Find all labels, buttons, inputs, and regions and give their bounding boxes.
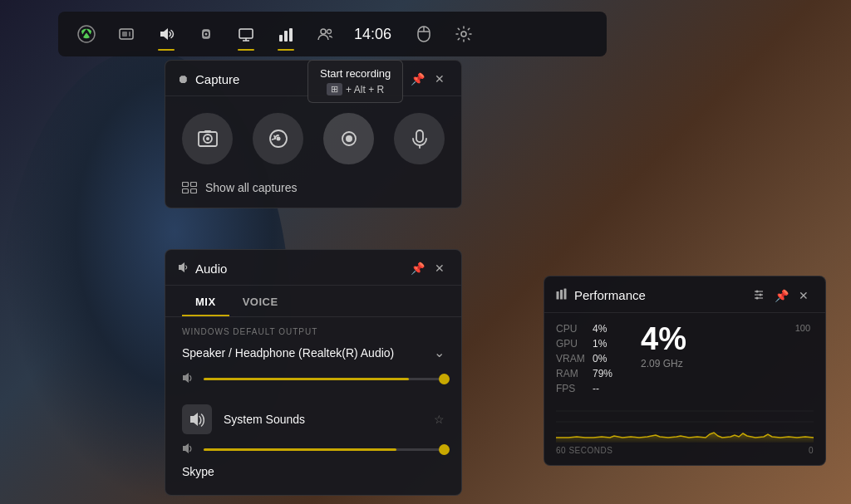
- main-volume-fill: [204, 378, 409, 380]
- perf-main-value: 4%: [641, 323, 686, 355]
- volume-row-system: [165, 439, 461, 460]
- svg-rect-3: [129, 32, 130, 37]
- svg-point-22: [206, 137, 209, 140]
- win-key-icon: ⊞: [327, 83, 342, 95]
- perf-chart-max: 100: [795, 323, 814, 333]
- topbar-stats-icon[interactable]: [268, 16, 304, 52]
- topbar-capture-icon[interactable]: [188, 16, 224, 52]
- perf-cpu-value: 4%: [593, 323, 607, 335]
- svg-point-44: [760, 294, 762, 296]
- tab-mix[interactable]: MIX: [182, 286, 229, 316]
- perf-gpu-label: GPU: [556, 338, 588, 350]
- topbar-time: 14:06: [354, 26, 396, 43]
- gamebar-icon[interactable]: [108, 16, 145, 52]
- skype-label: Skype: [182, 465, 214, 478]
- main-volume-slider[interactable]: [204, 378, 445, 380]
- system-volume-thumb[interactable]: [439, 444, 450, 455]
- svg-rect-40: [564, 289, 567, 300]
- svg-rect-11: [279, 35, 283, 42]
- perf-ram-value: 79%: [593, 368, 612, 379]
- audio-panel-header: Audio 📌 ✕: [165, 250, 461, 286]
- capture-pin-button[interactable]: 📌: [406, 71, 430, 87]
- svg-point-7: [205, 33, 208, 36]
- topbar-users-icon[interactable]: [307, 16, 344, 52]
- audio-panel: Audio 📌 ✕ MIX VOICE WINDOWS DEFAULT OUTP…: [165, 249, 462, 496]
- tooltip-title: Start recording: [320, 67, 391, 80]
- svg-marker-35: [183, 373, 189, 383]
- show-captures-label: Show all captures: [205, 181, 298, 194]
- perf-chart-labels: 60 SECONDS 0: [544, 446, 825, 455]
- record-last-button[interactable]: [253, 113, 303, 164]
- topbar: 14:06: [58, 12, 607, 56]
- main-volume-thumb[interactable]: [439, 374, 450, 384]
- perf-close-button[interactable]: ✕: [794, 287, 814, 304]
- audio-section-label: WINDOWS DEFAULT OUTPUT: [165, 327, 461, 343]
- audio-close-button[interactable]: ✕: [430, 260, 450, 276]
- tab-voice[interactable]: VOICE: [229, 286, 292, 316]
- capture-buttons-row: [165, 96, 461, 173]
- svg-marker-37: [183, 443, 189, 453]
- perf-settings-button[interactable]: [748, 286, 770, 304]
- audio-device-name: Speaker / Headphone (Realtek(R) Audio): [182, 346, 394, 360]
- perf-chart-right-label: 0: [809, 446, 814, 455]
- xbox-icon[interactable]: [68, 16, 105, 52]
- volume-icon: [182, 372, 195, 386]
- perf-gpu-value: 1%: [593, 338, 607, 350]
- svg-rect-23: [204, 130, 211, 133]
- tooltip-shortcut-text: + Alt + R: [346, 84, 384, 95]
- performance-panel: Performance 📌 ✕ CPU 4% GPU 1%: [544, 276, 826, 466]
- perf-ram-row: RAM 79%: [556, 368, 631, 379]
- perf-cpu-label: CPU: [556, 323, 588, 335]
- system-sounds-row: System Sounds ☆: [165, 399, 461, 439]
- audio-pin-button[interactable]: 📌: [406, 260, 430, 276]
- audio-device-row: Speaker / Headphone (Realtek(R) Audio) ⌄: [165, 343, 461, 369]
- capture-close-button[interactable]: ✕: [430, 71, 450, 87]
- tooltip-shortcut: ⊞ + Alt + R: [320, 83, 391, 95]
- svg-point-46: [756, 297, 759, 300]
- perf-fps-value: --: [593, 383, 599, 394]
- perf-panel-title: Performance: [574, 288, 748, 302]
- system-sounds-pin[interactable]: ☆: [434, 413, 445, 426]
- svg-marker-50: [556, 433, 814, 443]
- perf-vram-row: VRAM 0%: [556, 353, 631, 365]
- mic-button[interactable]: [394, 113, 445, 164]
- system-volume-slider[interactable]: [204, 448, 445, 451]
- audio-device-chevron[interactable]: ⌄: [434, 345, 445, 360]
- svg-marker-34: [179, 262, 184, 272]
- perf-chart: [556, 401, 814, 443]
- topbar-display-icon[interactable]: [228, 16, 264, 52]
- perf-chart-left-label: 60 SECONDS: [556, 446, 612, 455]
- topbar-audio-icon[interactable]: [148, 16, 184, 52]
- svg-rect-38: [557, 291, 559, 300]
- system-sounds-name: System Sounds: [224, 413, 422, 426]
- start-recording-button[interactable]: [323, 113, 374, 164]
- svg-rect-13: [289, 28, 293, 42]
- perf-header-icon: [556, 288, 568, 302]
- screenshot-button[interactable]: [182, 113, 233, 164]
- show-captures-button[interactable]: Show all captures: [165, 173, 461, 194]
- perf-frequency: 2.09 GHz: [641, 358, 686, 369]
- svg-point-14: [321, 29, 326, 34]
- svg-point-42: [756, 291, 759, 293]
- perf-stats-list: CPU 4% GPU 1% VRAM 0% RAM 79% FPS --: [556, 323, 631, 394]
- svg-point-25: [276, 137, 280, 141]
- skype-row: Skype: [165, 460, 461, 478]
- topbar-mouse-icon[interactable]: [406, 16, 442, 52]
- system-volume-fill: [204, 448, 396, 451]
- perf-gpu-row: GPU 1%: [556, 338, 631, 350]
- svg-rect-8: [239, 29, 253, 38]
- svg-rect-2: [122, 32, 127, 37]
- topbar-settings-icon[interactable]: [445, 16, 482, 52]
- capture-header-icon: ⏺: [177, 72, 189, 86]
- system-volume-icon: [182, 443, 195, 457]
- svg-point-15: [327, 30, 332, 34]
- perf-vram-label: VRAM: [556, 353, 588, 365]
- perf-body: CPU 4% GPU 1% VRAM 0% RAM 79% FPS --: [544, 313, 825, 394]
- svg-marker-4: [160, 28, 168, 40]
- perf-fps-row: FPS --: [556, 383, 631, 394]
- svg-point-19: [461, 32, 466, 37]
- svg-marker-36: [190, 413, 198, 426]
- perf-pin-button[interactable]: 📌: [770, 287, 794, 304]
- perf-fps-label: FPS: [556, 383, 588, 394]
- perf-panel-header: Performance 📌 ✕: [544, 276, 825, 313]
